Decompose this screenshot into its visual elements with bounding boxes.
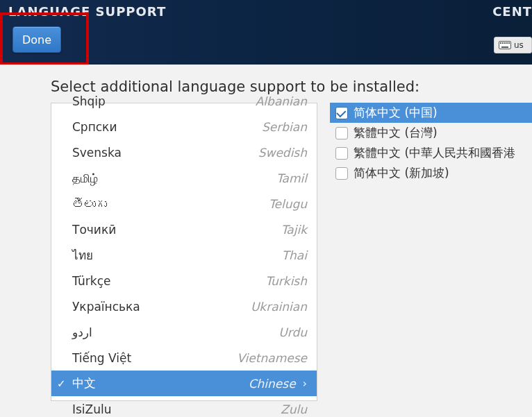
- locale-row[interactable]: 繁體中文 (中華人民共和國香港: [330, 143, 532, 163]
- language-english-label: Urdu: [279, 325, 307, 339]
- locale-checkbox[interactable]: [335, 147, 348, 160]
- locale-row[interactable]: 简体中文 (新加坡): [330, 163, 532, 183]
- language-english-label: Turkish: [265, 274, 307, 288]
- language-row[interactable]: TürkçeTurkish: [51, 268, 317, 293]
- svg-rect-3: [504, 42, 506, 44]
- language-list[interactable]: ShqipAlbanianСрпскиSerbianSvenskaSwedish…: [51, 103, 317, 401]
- locale-row[interactable]: 简体中文 (中国): [330, 103, 532, 123]
- keyboard-layout-code: us: [514, 40, 524, 50]
- language-english-label: Swedish: [258, 146, 307, 160]
- keyboard-icon: [499, 41, 511, 49]
- language-row[interactable]: ไทยThai: [51, 242, 317, 268]
- language-native-label: 中文: [72, 375, 249, 391]
- locale-label: 简体中文 (中国): [354, 105, 438, 121]
- language-native-label: ไทย: [72, 246, 282, 264]
- locale-label: 繁體中文 (台灣): [354, 125, 438, 141]
- locale-checkbox[interactable]: [335, 167, 348, 180]
- language-english-label: Tamil: [276, 171, 307, 185]
- language-native-label: தமிழ்: [72, 171, 276, 185]
- language-english-label: Vietnamese: [237, 351, 307, 365]
- language-native-label: IsiZulu: [72, 402, 281, 416]
- language-english-label: Serbian: [262, 120, 307, 134]
- locale-checkbox[interactable]: [335, 127, 348, 139]
- language-english-label: Ukrainian: [251, 300, 307, 314]
- language-row[interactable]: اردوUrdu: [51, 319, 317, 345]
- done-button[interactable]: Done: [13, 26, 61, 53]
- language-native-label: Tiếng Việt: [72, 351, 237, 365]
- keyboard-layout-indicator[interactable]: us: [494, 37, 532, 53]
- locale-label: 繁體中文 (中華人民共和國香港: [354, 145, 515, 161]
- language-row[interactable]: ТочикӣTajik: [51, 216, 317, 242]
- distro-label-fragment: CENT: [492, 4, 532, 19]
- language-native-label: Українська: [72, 300, 251, 314]
- locale-checkbox[interactable]: [335, 107, 348, 119]
- language-row[interactable]: Tiếng ViệtVietnamese: [51, 345, 317, 371]
- language-row[interactable]: ShqipAlbanian: [51, 88, 317, 114]
- language-native-label: Svenska: [72, 146, 258, 160]
- content-area: Select additional language support to be…: [0, 65, 532, 417]
- check-icon: ✓: [57, 377, 66, 390]
- language-row[interactable]: SvenskaSwedish: [51, 139, 317, 165]
- page-title: LANGUAGE SUPPORT: [8, 4, 166, 19]
- language-native-label: Shqip: [72, 94, 256, 108]
- svg-rect-4: [506, 42, 508, 44]
- language-native-label: Српски: [72, 120, 262, 134]
- language-row[interactable]: తెలుగుTelugu: [51, 191, 317, 216]
- svg-rect-1: [500, 42, 501, 44]
- language-native-label: اردو: [72, 325, 279, 339]
- svg-rect-6: [501, 46, 508, 48]
- language-native-label: Точикӣ: [72, 223, 281, 237]
- locale-row[interactable]: 繁體中文 (台灣): [330, 123, 532, 143]
- language-english-label: Telugu: [269, 197, 307, 211]
- language-row[interactable]: УкраїнськаUkrainian: [51, 293, 317, 319]
- language-native-label: తెలుగు: [72, 197, 269, 211]
- language-english-label: Zulu: [281, 402, 307, 416]
- language-row[interactable]: ✓中文Chinese›: [51, 371, 317, 396]
- locale-list[interactable]: 简体中文 (中国)繁體中文 (台灣)繁體中文 (中華人民共和國香港简体中文 (新…: [330, 103, 532, 183]
- done-button-label: Done: [22, 33, 51, 46]
- language-english-label: Chinese: [249, 377, 296, 391]
- chevron-right-icon: ›: [303, 377, 307, 390]
- header-banner: LANGUAGE SUPPORT CENT Done us: [0, 0, 532, 65]
- language-english-label: Albanian: [256, 94, 307, 108]
- locale-label: 简体中文 (新加坡): [354, 165, 449, 181]
- language-row[interactable]: IsiZuluZulu: [51, 396, 317, 417]
- language-row[interactable]: தமிழ்Tamil: [51, 165, 317, 191]
- language-english-label: Tajik: [281, 223, 307, 237]
- svg-rect-2: [502, 42, 504, 44]
- svg-rect-5: [508, 42, 510, 44]
- language-native-label: Türkçe: [72, 274, 265, 288]
- language-english-label: Thai: [282, 248, 307, 262]
- language-row[interactable]: СрпскиSerbian: [51, 114, 317, 139]
